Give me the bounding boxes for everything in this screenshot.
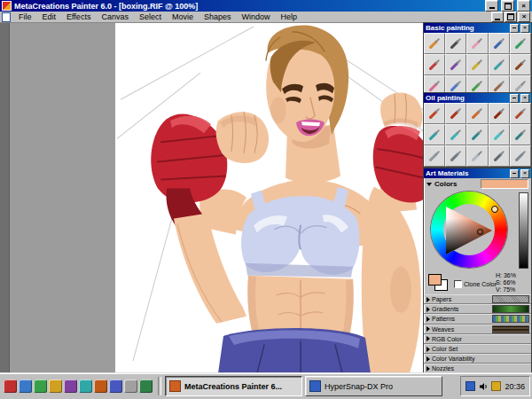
section-gradients[interactable]: Gradients: [424, 304, 531, 314]
glazing-flat-brush-icon[interactable]: [510, 103, 531, 124]
section-label: Nozzles: [432, 365, 454, 372]
menu-effects[interactable]: Effects: [61, 12, 96, 21]
chalk-brush-icon[interactable]: [466, 54, 488, 75]
task-icon: [309, 380, 321, 392]
taskbar-divider: [158, 377, 161, 395]
section-weaves[interactable]: Weaves: [424, 325, 531, 334]
art-materials-sections: PapersGradientsPatternsWeavesRGB ColorCo…: [424, 294, 531, 384]
section-label: Papers: [432, 296, 451, 302]
doc-close-button[interactable]: ×: [518, 12, 530, 22]
doc-minimize-button[interactable]: [491, 12, 504, 22]
close-button[interactable]: ×: [517, 0, 530, 12]
quicklaunch-icon-7[interactable]: [94, 379, 107, 393]
felt-pen-brush-icon[interactable]: [445, 54, 466, 75]
volume-icon[interactable]: [479, 379, 488, 395]
smeary-round-brush-icon[interactable]: [445, 103, 466, 124]
sv-indicator[interactable]: [477, 229, 483, 235]
minimize-button[interactable]: [485, 0, 498, 12]
colors-section-header[interactable]: Colors: [424, 178, 531, 190]
clone-color-checkbox[interactable]: [454, 280, 462, 288]
scratchboard-brush-icon[interactable]: [510, 54, 531, 75]
crayon-brush-icon[interactable]: [424, 54, 445, 75]
panel-collapse-button[interactable]: [510, 169, 519, 178]
impasto-brush-icon[interactable]: [466, 145, 488, 167]
quicklaunch-icon-8[interactable]: [109, 379, 122, 393]
art-materials-panel: Art Materials × Colors: [423, 168, 532, 385]
marker-brush-icon[interactable]: [510, 33, 531, 54]
oil-palette-knife-brush-icon[interactable]: [445, 145, 466, 167]
menu-help[interactable]: Help: [275, 12, 302, 21]
panel-collapse-button[interactable]: [510, 24, 519, 33]
quicklaunch-icon-2[interactable]: [19, 379, 32, 393]
menu-shapes[interactable]: Shapes: [199, 12, 237, 21]
document-icon[interactable]: [2, 12, 11, 22]
titlebar[interactable]: MetaCreations Painter 6.0 - [boxing.RIF …: [0, 0, 532, 12]
task-icon: [169, 380, 181, 392]
menu-window[interactable]: Window: [236, 12, 275, 21]
colors-label: Colors: [434, 180, 457, 188]
doc-restore-button[interactable]: [505, 12, 517, 22]
oil-blender-brush-icon[interactable]: [489, 145, 510, 167]
wet-oil-round-brush-icon[interactable]: [424, 124, 445, 145]
boxer-painting: [115, 23, 424, 373]
saturation-value-triangle[interactable]: [445, 206, 495, 255]
primary-color-swatch[interactable]: [428, 274, 442, 286]
restore-button[interactable]: [501, 0, 514, 12]
section-papers[interactable]: Papers: [424, 294, 531, 304]
menu-movie[interactable]: Movie: [167, 12, 199, 21]
quicklaunch-icon-4[interactable]: [49, 379, 62, 393]
network-icon[interactable]: [466, 381, 475, 391]
value-slider[interactable]: [519, 192, 528, 269]
document-canvas[interactable]: [115, 23, 424, 373]
section-label: Gradients: [432, 306, 458, 312]
quicklaunch-icon-10[interactable]: [139, 379, 153, 393]
quicklaunch-icon-5[interactable]: [64, 379, 77, 393]
section-color-variability[interactable]: Color Variability: [424, 354, 531, 364]
panel-close-button[interactable]: ×: [520, 94, 529, 103]
panel-close-button[interactable]: ×: [520, 24, 529, 33]
section-label: Weaves: [432, 326, 454, 332]
panel-close-button[interactable]: ×: [520, 169, 529, 178]
eraser-brush-icon[interactable]: [466, 33, 488, 54]
charcoal-brush-icon[interactable]: [445, 33, 466, 54]
hue-value: H: 36%: [496, 272, 528, 279]
quicklaunch-icon-6[interactable]: [79, 379, 92, 393]
airbrush-brush-icon[interactable]: [489, 54, 510, 75]
quicklaunch-icon-9[interactable]: [124, 379, 137, 393]
taskbar-task[interactable]: HyperSnap-DX Pro: [305, 376, 442, 396]
app-icon: [2, 1, 12, 11]
section-patterns[interactable]: Patterns: [424, 314, 531, 324]
quicklaunch-icon-1[interactable]: [4, 379, 17, 393]
oil-cloner-brush-icon[interactable]: [510, 145, 531, 167]
basic-painting-titlebar[interactable]: Basic painting ×: [424, 23, 531, 33]
medium-bristle-brush-icon[interactable]: [510, 124, 531, 145]
window-title: MetaCreations Painter 6.0 - [boxing.RIF …: [14, 2, 482, 11]
loaded-oils-brush-icon[interactable]: [424, 103, 445, 124]
thick-oil-round-brush-icon[interactable]: [466, 124, 488, 145]
quicklaunch-icon-3[interactable]: [34, 379, 47, 393]
taskbar-task[interactable]: MetaCreations Painter 6...: [165, 376, 302, 396]
menu-file[interactable]: File: [13, 12, 37, 21]
hue-indicator[interactable]: [491, 206, 498, 213]
pen-brush-icon[interactable]: [489, 33, 510, 54]
thick-oil-flat-brush-icon[interactable]: [489, 124, 510, 145]
wet-oil-flat-brush-icon[interactable]: [445, 124, 466, 145]
pencil-brush-icon[interactable]: [424, 33, 445, 54]
section-rgb-color[interactable]: RGB Color: [424, 334, 531, 344]
menu-select[interactable]: Select: [134, 12, 167, 21]
gradient-preview: [492, 305, 529, 313]
collapse-arrow-icon: [426, 183, 432, 186]
panel-title: Basic painting: [426, 24, 508, 32]
palette-knife-brush-icon[interactable]: [424, 145, 445, 167]
art-materials-titlebar[interactable]: Art Materials ×: [424, 168, 531, 178]
menu-canvas[interactable]: Canvas: [96, 12, 134, 21]
panel-collapse-button[interactable]: [510, 94, 519, 103]
system-tray: 20:36: [460, 376, 530, 396]
section-color-set[interactable]: Color Set: [424, 344, 531, 354]
clock: 20:36: [505, 382, 525, 391]
smeary-flat-brush-icon[interactable]: [466, 103, 488, 124]
menu-edit[interactable]: Edit: [37, 12, 62, 21]
scheduler-icon[interactable]: [491, 381, 501, 391]
oil-painting-titlebar[interactable]: Oil painting ×: [424, 93, 531, 103]
glazing-round-brush-icon[interactable]: [489, 103, 510, 124]
